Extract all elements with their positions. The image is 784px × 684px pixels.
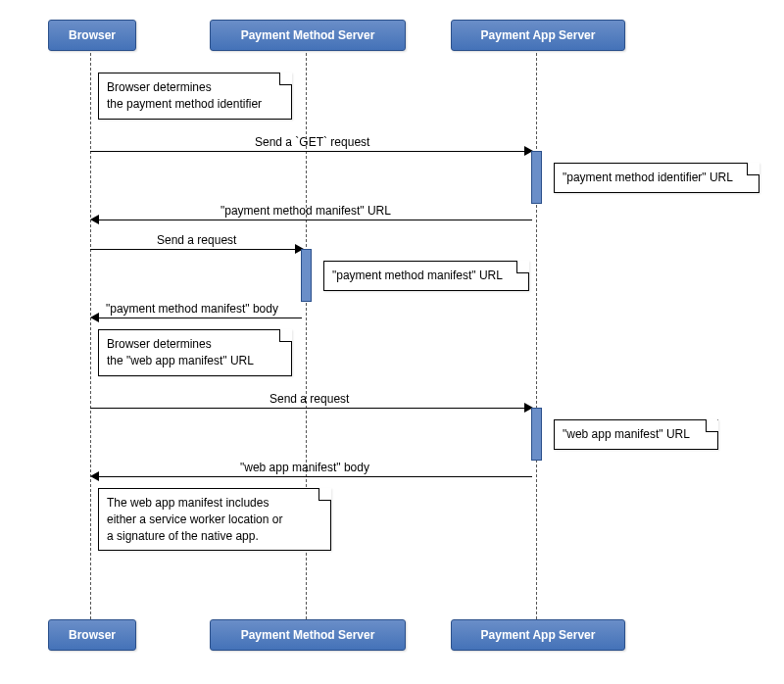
participant-label: Payment Method Server xyxy=(241,28,375,42)
activation-bar xyxy=(531,151,542,204)
activation-bar xyxy=(301,249,312,302)
participant-label: Payment App Server xyxy=(481,28,596,42)
activation-bar xyxy=(531,408,542,461)
participant-browser-bottom: Browser xyxy=(48,619,136,651)
participant-pms-top: Payment Method Server xyxy=(210,20,406,51)
participant-browser-top: Browser xyxy=(48,20,136,51)
participant-label: Browser xyxy=(69,28,116,42)
participant-pas-bottom: Payment App Server xyxy=(451,619,625,651)
message-label: Send a `GET` request xyxy=(255,135,369,149)
note-text: the payment method identifier xyxy=(107,97,262,111)
arrow-head-icon xyxy=(90,215,99,224)
participant-pms-bottom: Payment Method Server xyxy=(210,619,406,651)
message-arrow xyxy=(90,408,527,409)
message-label: "web app manifest" body xyxy=(240,461,369,474)
note-text: "payment method identifier" URL xyxy=(563,171,733,184)
message-arrow xyxy=(98,476,532,477)
note-text: "web app manifest" URL xyxy=(563,427,690,441)
message-arrow xyxy=(90,151,527,152)
arrow-head-icon xyxy=(90,471,99,481)
participant-label: Browser xyxy=(69,628,116,642)
note-wam-url: "web app manifest" URL xyxy=(554,419,718,450)
note-text: either a service worker location or xyxy=(107,513,282,526)
message-label: Send a request xyxy=(270,392,349,406)
participant-pas-top: Payment App Server xyxy=(451,20,625,51)
message-label: Send a request xyxy=(157,233,236,247)
note-text: a signature of the native app. xyxy=(107,529,259,543)
message-label: "payment method manifest" URL xyxy=(220,204,391,218)
message-arrow xyxy=(98,318,302,318)
note-text: Browser determines xyxy=(107,80,212,94)
message-arrow xyxy=(98,220,532,220)
participant-label: Payment App Server xyxy=(481,628,596,642)
note-text: Browser determines xyxy=(107,337,212,351)
participant-label: Payment Method Server xyxy=(241,628,375,642)
note-browser-determines-pmi: Browser determines the payment method id… xyxy=(98,73,292,120)
note-text: "payment method manifest" URL xyxy=(332,269,503,282)
message-label: "payment method manifest" body xyxy=(106,302,278,316)
note-pmi-url: "payment method identifier" URL xyxy=(554,163,760,193)
lifeline-browser xyxy=(90,53,92,619)
note-browser-determines-wam: Browser determines the "web app manifest… xyxy=(98,329,292,376)
note-pmm-url: "payment method manifest" URL xyxy=(323,261,529,291)
arrow-head-icon xyxy=(90,313,99,322)
lifeline-pas xyxy=(536,53,538,619)
sequence-diagram: Browser Payment Method Server Payment Ap… xyxy=(20,20,764,666)
note-text: The web app manifest includes xyxy=(107,496,269,510)
note-text: the "web app manifest" URL xyxy=(107,354,254,367)
message-arrow xyxy=(90,249,298,250)
note-wam-includes: The web app manifest includes either a s… xyxy=(98,488,331,551)
